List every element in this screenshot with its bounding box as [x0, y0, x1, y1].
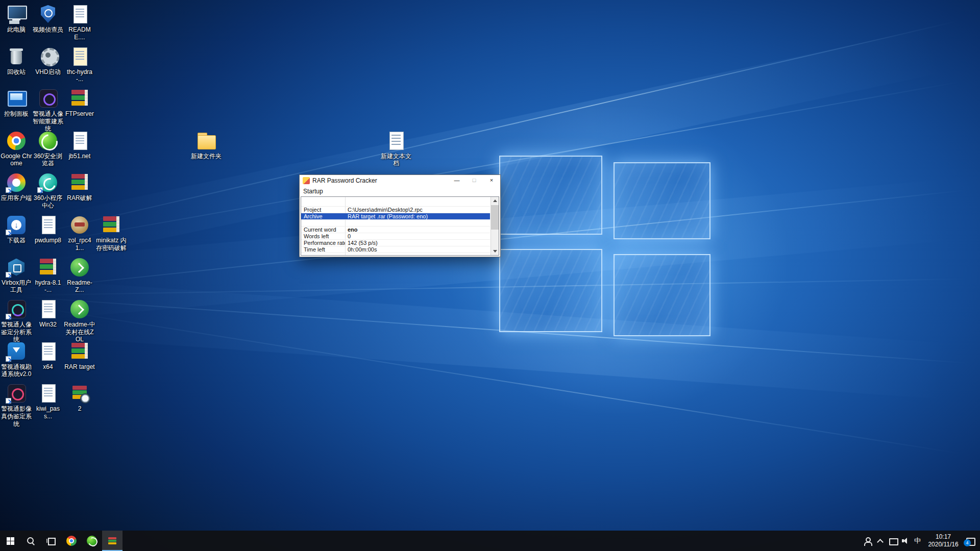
desktop-icon-vhd-boot[interactable]: VHD启动 [32, 46, 64, 76]
desktop-icon-label: 360安全浏览器 [32, 153, 64, 167]
desktop-icon-recycle-bin[interactable]: 回收站 [1, 46, 32, 76]
row-label: Archive [301, 213, 345, 219]
shortcut-arrow-overlay [6, 398, 11, 404]
shortcut-arrow-overlay [6, 356, 11, 362]
close-button[interactable]: × [483, 175, 500, 186]
face-icon [37, 88, 59, 109]
window-title: RAR Password Cracker [312, 177, 377, 184]
desktop-icon-rar-archive-2[interactable]: 2 [64, 383, 95, 413]
doc-icon [37, 341, 59, 362]
input-method-indicator[interactable]: 中 [914, 537, 921, 545]
doc-icon [37, 383, 59, 404]
desktop-icon-rar-target[interactable]: RAR target [64, 341, 95, 371]
row-current-word[interactable]: Current wordeno [301, 227, 490, 233]
chrome-icon [66, 536, 77, 546]
desktop-icon-label: 此电脑 [1, 26, 32, 34]
maximize-button[interactable]: □ [465, 175, 483, 186]
row-words-left[interactable]: Words left0 [301, 233, 490, 240]
desktop-icon-rar-crack[interactable]: RAR破解 [64, 172, 95, 202]
download-icon [5, 215, 28, 235]
window-titlebar[interactable]: RAR Password Cracker — □ × [300, 175, 500, 186]
desktop-icon-google-chrome[interactable]: Google Chrome [1, 131, 32, 167]
people-icon[interactable] [863, 537, 871, 545]
redbox-icon [5, 383, 28, 404]
scroll-down-button[interactable] [491, 247, 499, 255]
scroll-thumb[interactable] [491, 205, 499, 230]
scrollbar[interactable] [491, 197, 499, 255]
desktop-icon-control-panel[interactable]: 控制面板 [1, 88, 32, 118]
display-icon[interactable] [889, 537, 897, 545]
action-center-icon[interactable]: 4 [966, 537, 974, 545]
desktop-icon-readme-z[interactable]: Readme-Z... [64, 257, 95, 294]
desktop-icon-grid: 此电脑视频侦查员README....回收站VHD启动thc-hydra-...控… [0, 0, 980, 551]
desktop-icon-jb51-net[interactable]: jb51.net [64, 131, 95, 160]
desktop-icon-label: x64 [32, 363, 64, 371]
start-button[interactable] [0, 531, 20, 551]
hidden-icons-chevron-icon[interactable] [876, 537, 884, 545]
clock-time: 10:17 [925, 533, 961, 541]
desktop-icon-label: 新建文件夹 [190, 153, 222, 160]
desktop-icon-readme[interactable]: README.... [64, 4, 95, 41]
menu-startup[interactable]: Startup [303, 188, 323, 195]
chrome-taskbar-button[interactable] [61, 531, 82, 551]
desktop-icon-label: 警视通人像鉴定分析系统 [1, 321, 32, 343]
row-value: 0 [345, 233, 490, 239]
scroll-up-button[interactable] [491, 197, 499, 205]
circle360-icon [37, 172, 59, 193]
desktop-icon-ftpserver[interactable]: FTPserver [64, 88, 95, 118]
desktop-icon-label: VHD启动 [32, 68, 64, 76]
desktop-icon-label: 360小程序中心 [32, 194, 64, 209]
face2-icon [5, 299, 28, 319]
rarapp-icon [108, 537, 117, 545]
volume-icon[interactable] [901, 537, 910, 545]
shield-icon [37, 4, 59, 24]
task-view-button[interactable] [41, 531, 61, 551]
search-button[interactable] [20, 531, 41, 551]
desktop-icon-downloader[interactable]: 下载器 [1, 215, 32, 244]
row-performance-rate[interactable]: Performance rate142 (53 p/s) [301, 240, 490, 246]
desktop-icon-label: pwdump8 [32, 237, 64, 244]
row-project[interactable]: ProjectC:\Users\admin\Desktop\2.rpc [301, 207, 490, 213]
desktop-icon-360-browser[interactable]: 360安全浏览器 [32, 131, 64, 167]
desktop-icon-thc-hydra[interactable]: thc-hydra-... [64, 46, 95, 83]
desktop-icon-jst-face-rebuild[interactable]: 警视通人像智能重建系统 [32, 88, 64, 133]
desktop-icon-jst-image-forensics[interactable]: 警视通影像真伪鉴定系统 [1, 383, 32, 428]
desktop-icon-label: 新建文本文档 [380, 153, 412, 167]
rar-icon [100, 215, 122, 235]
desktop-icon-virbox-tools[interactable]: Virbox用户工具 [1, 257, 32, 294]
desktop-icon-label: Readme-中关村在线ZOL [64, 321, 95, 343]
system-tray: 中 10:17 2020/11/16 4 [863, 531, 980, 551]
desktop-icon-label: RAR target [64, 363, 95, 371]
desktop-icon-zol-rpc41[interactable]: zol_rpc41... [64, 215, 95, 252]
taskbar-clock[interactable]: 10:17 2020/11/16 [925, 533, 961, 548]
desktop-icon-readme-zol[interactable]: Readme-中关村在线ZOL [64, 299, 95, 343]
row-archive[interactable]: ArchiveRAR target .rar (Password: eno) [301, 213, 490, 220]
desktop-icon-minikatz[interactable]: minikatz 内存密码破解 [95, 215, 127, 252]
row-value: 0h:00m:00s [345, 246, 490, 253]
desktop-icon-kiwi-pass[interactable]: kiwi_pass... [32, 383, 64, 420]
360-browser-taskbar-button[interactable] [82, 531, 102, 551]
desktop-icon-360-mini-center[interactable]: 360小程序中心 [32, 172, 64, 209]
desktop-icon-pwdump8[interactable]: pwdump8 [32, 215, 64, 244]
search-icon [27, 537, 35, 545]
rar-icon [68, 341, 91, 362]
status-rows: ProjectC:\Users\admin\Desktop\2.rpcArchi… [301, 197, 490, 253]
desktop-icon-video-investigator[interactable]: 视频侦查员 [32, 4, 64, 34]
desktop-icon-hydra-81[interactable]: hydra-8.1-... [32, 257, 64, 294]
minimize-button[interactable]: — [448, 175, 465, 186]
row-time-left[interactable]: Time left0h:00m:00s [301, 246, 490, 253]
greenball-icon [68, 299, 91, 319]
desktop-icon-this-pc[interactable]: 此电脑 [1, 4, 32, 34]
desktop-icon-jst-face-analysis[interactable]: 警视通人像鉴定分析系统 [1, 299, 32, 343]
desktop-icon-app-client[interactable]: 应用客户端 [1, 172, 32, 202]
desktop-icon-label: hydra-8.1-... [32, 279, 64, 294]
row-label: Project [301, 207, 345, 213]
desktop-icon-win32[interactable]: Win32 [32, 299, 64, 329]
rar-password-cracker-taskbar-button[interactable] [102, 531, 122, 551]
desktop-icon-new-text-doc[interactable]: 新建文本文档 [380, 131, 412, 167]
start-icon [7, 537, 14, 545]
desktop-icon-jst-survey-v20[interactable]: 警视通视勘通系统v2.0 [1, 341, 32, 378]
desktop-icon-new-folder[interactable]: 新建文件夹 [190, 131, 222, 160]
desktop-icon-label: README.... [64, 26, 95, 41]
desktop-icon-x64[interactable]: x64 [32, 341, 64, 371]
